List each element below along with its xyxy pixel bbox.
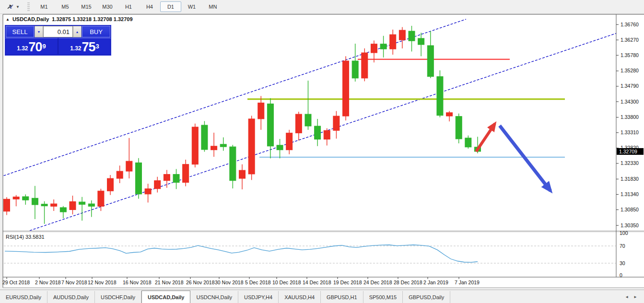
- price-tick-label: 1.36270: [621, 37, 639, 43]
- chart-window[interactable]: 1.367601.362701.357801.352801.347901.343…: [0, 13, 644, 291]
- date-tick-label: 19 Dec 2018: [333, 280, 362, 285]
- candle-body: [107, 178, 114, 191]
- chart-symbol-label: USDCAD,Daily: [12, 16, 49, 22]
- candle-body: [79, 202, 85, 204]
- price-tick-label: 1.33800: [621, 114, 639, 120]
- date-tick-label: 16 Nov 2018: [123, 280, 152, 285]
- rsi-scale-label: 30: [620, 260, 625, 266]
- tab-usdcnh-daily[interactable]: USDCNH,Daily: [190, 291, 238, 303]
- candle-body: [295, 114, 302, 133]
- date-tick-label: 29 Oct 2018: [2, 280, 30, 285]
- lot-increase-button[interactable]: ▲: [73, 26, 82, 37]
- tab-audusd-daily[interactable]: AUDUSD,Daily: [47, 291, 95, 303]
- candle-body: [456, 117, 462, 139]
- candle-body: [23, 197, 29, 200]
- current-price-tag-label: 1.32709: [619, 149, 637, 154]
- sell-price-prefix: 1.32: [17, 44, 28, 53]
- timeframe-button-h1[interactable]: H1: [118, 1, 139, 12]
- candle-body: [258, 103, 264, 119]
- date-tick-label: 24 Dec 2018: [363, 280, 392, 285]
- price-tick-label: 1.32330: [621, 160, 639, 166]
- date-tick-label: 2 Nov 2018: [35, 280, 61, 285]
- rsi-scale-label: 0: [620, 272, 622, 278]
- candle-body: [437, 77, 443, 116]
- rsi-scale-label: 70: [620, 243, 625, 249]
- tab-usdjpy-h4[interactable]: USDJPY,H4: [238, 291, 279, 303]
- candle-body: [220, 144, 226, 147]
- candle-body: [126, 161, 132, 171]
- timeframe-button-mn[interactable]: MN: [202, 1, 223, 12]
- candle-body: [239, 170, 246, 178]
- sell-price-pipette: 9: [43, 38, 46, 55]
- candle-body: [164, 175, 170, 181]
- date-tick-label: 12 Nov 2018: [88, 280, 117, 285]
- timeframe-button-h4[interactable]: H4: [139, 1, 160, 12]
- lot-size-input[interactable]: 0.01: [43, 26, 73, 37]
- tab-gbpusd-daily[interactable]: GBPUSD,Daily: [403, 291, 450, 303]
- collapse-triangle-icon[interactable]: ▲: [6, 17, 10, 22]
- candle-body: [154, 181, 161, 189]
- candle-body: [117, 171, 123, 178]
- candle-body: [343, 61, 349, 116]
- candle-body: [211, 146, 217, 150]
- candle-body: [465, 138, 471, 147]
- timeframe-button-w1[interactable]: W1: [181, 1, 202, 12]
- chart-title: ▲ USDCAD,Daily 1.32875 1.33218 1.32708 1…: [6, 16, 133, 22]
- arrows-draw-tool-icon: [7, 3, 14, 10]
- tab-eurusd-daily[interactable]: EURUSD,Daily: [0, 291, 47, 303]
- tab-xauusd-h4[interactable]: XAUUSD,H4: [279, 291, 321, 303]
- candle-body: [248, 119, 255, 174]
- candle-body: [352, 61, 358, 78]
- sell-button[interactable]: SELL: [6, 26, 34, 37]
- chevron-down-icon: ▼: [16, 5, 20, 9]
- buy-price-display[interactable]: 1.32 75 3: [59, 38, 111, 54]
- timeframe-button-m30[interactable]: M30: [97, 1, 118, 12]
- arrows-draw-tool-button[interactable]: ▼: [4, 2, 23, 12]
- price-tick-label: 1.36760: [621, 22, 639, 27]
- sell-price-display[interactable]: 1.32 70 9: [5, 38, 59, 54]
- price-tick-label: 1.31340: [621, 191, 639, 197]
- rsi-scale-label: 100: [620, 230, 628, 236]
- candle-body: [32, 198, 38, 205]
- date-tick-label: 30 Nov 2018: [215, 280, 244, 285]
- date-tick-label: 28 Dec 2018: [394, 280, 422, 285]
- mt4-window: ▼ M1M5M15M30H1H4D1W1MN 1.367601.362701.3…: [0, 0, 644, 303]
- candle-body: [380, 44, 386, 49]
- timeframe-button-group: M1M5M15M30H1H4D1W1MN: [34, 1, 223, 12]
- timeframe-button-m15[interactable]: M15: [76, 1, 97, 12]
- price-tick-label: 1.35780: [621, 52, 639, 58]
- top-toolbar: ▼ M1M5M15M30H1H4D1W1MN: [0, 0, 644, 14]
- price-tick-label: 1.34300: [621, 99, 639, 105]
- tab-usdcad-daily[interactable]: USDCAD,Daily: [141, 291, 190, 303]
- candle-body: [41, 204, 47, 206]
- candle-body: [277, 145, 283, 150]
- buy-button[interactable]: BUY: [82, 26, 110, 37]
- tab-scroll-right-icon[interactable]: ►: [633, 295, 637, 299]
- candle-body: [305, 114, 311, 126]
- sell-price-big-digits: 70: [29, 41, 42, 53]
- price-tick-label: 1.34790: [621, 83, 639, 89]
- candle-body: [98, 191, 104, 206]
- candle-body: [333, 116, 340, 130]
- rsi-indicator-label: RSI(14) 33.5831: [6, 234, 45, 240]
- candle-body: [192, 127, 198, 164]
- tab-usdchf-daily[interactable]: USDCHF,Daily: [95, 291, 141, 303]
- chart-ohlc-readout: 1.32875 1.33218 1.32708 1.32709: [52, 16, 132, 22]
- tab-sp500-m15[interactable]: SP500,M15: [363, 291, 403, 303]
- candle-body: [399, 30, 405, 40]
- timeframe-button-d1[interactable]: D1: [160, 1, 181, 12]
- lot-decrease-button[interactable]: ▼: [35, 26, 43, 37]
- chart-tab-bar: EURUSD,DailyAUDUSD,DailyUSDCHF,DailyUSDC…: [0, 290, 644, 303]
- timeframe-button-m5[interactable]: M5: [55, 1, 76, 12]
- timeframe-button-m1[interactable]: M1: [34, 1, 55, 12]
- buy-price-prefix: 1.32: [70, 44, 81, 53]
- candle-body: [230, 147, 236, 181]
- one-click-trade-panel: SELL ▼ 0.01 ▲ BUY 1.32 70 9 1.32 75 3: [5, 25, 111, 56]
- price-tick-label: 1.30850: [621, 207, 639, 212]
- tab-gbpusd-h1[interactable]: GBPUSD,H1: [321, 291, 363, 303]
- candle-body: [409, 31, 415, 41]
- tab-scroll-left-icon[interactable]: ◄: [625, 295, 629, 299]
- date-tick-label: 21 Nov 2018: [155, 280, 184, 285]
- toolbar-grip[interactable]: [27, 2, 30, 11]
- candle-body: [13, 197, 19, 199]
